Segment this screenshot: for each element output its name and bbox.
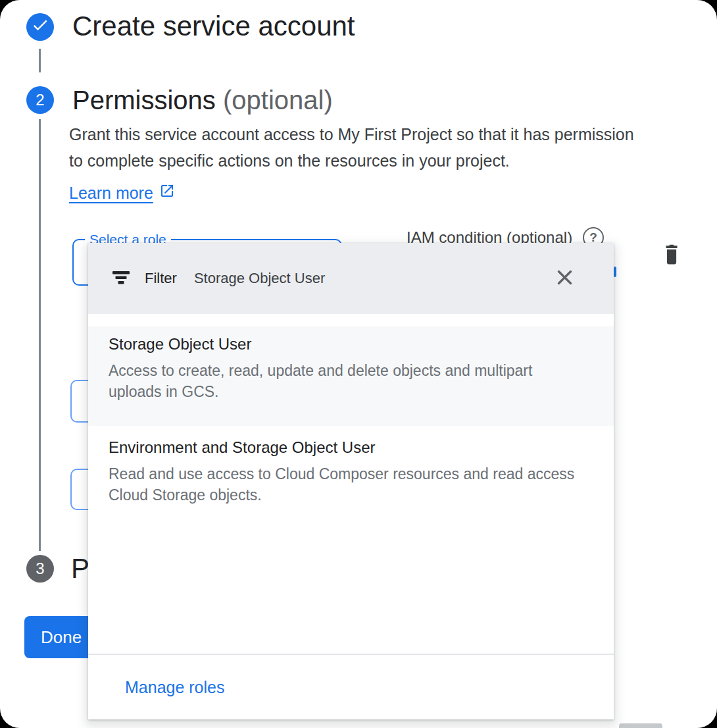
- dropdown-empty-area: [88, 527, 614, 654]
- create-service-account-panel: Create service account 2 Permissions (op…: [0, 0, 717, 728]
- role-filter-header: Filter Storage Object User: [88, 243, 614, 314]
- step1-title[interactable]: Create service account: [72, 11, 355, 42]
- step3-badge: 3: [26, 555, 54, 583]
- dropdown-footer: Manage roles: [88, 655, 614, 719]
- step2-badge: 2: [26, 86, 54, 114]
- learn-more-link[interactable]: Learn more: [69, 182, 175, 204]
- dropdown-gap: [88, 314, 614, 326]
- role-option-environment-storage-object-user[interactable]: Environment and Storage Object User Read…: [88, 426, 614, 527]
- stepper-connector-2: [39, 119, 41, 551]
- role-filter-input[interactable]: Storage Object User: [194, 270, 553, 287]
- screenshot-canvas: Create service account 2 Permissions (op…: [0, 0, 717, 728]
- step2-number: 2: [36, 91, 44, 109]
- done-label: Done: [41, 627, 82, 647]
- manage-roles-link[interactable]: Manage roles: [125, 678, 224, 697]
- role-option-title: Environment and Storage Object User: [109, 436, 582, 459]
- step3-partial-title[interactable]: P: [71, 553, 89, 585]
- external-link-icon: [159, 182, 175, 204]
- role-option-description: Read and use access to Cloud Composer re…: [109, 463, 582, 506]
- hidden-element-sliver: [614, 267, 616, 277]
- close-filter-button[interactable]: [553, 267, 576, 290]
- delete-role-button[interactable]: [660, 241, 683, 267]
- role-option-title: Storage Object User: [109, 333, 582, 355]
- role-filter-dropdown: Filter Storage Object User Storage Objec…: [88, 243, 614, 719]
- permissions-description: Grant this service account access to My …: [69, 121, 635, 174]
- check-icon: [31, 16, 49, 38]
- step2-title: Permissions (optional): [72, 84, 333, 116]
- partial-element-bottom: [619, 723, 662, 728]
- filter-icon: [112, 269, 130, 288]
- stepper-connector-1: [39, 49, 41, 72]
- step3-number: 3: [36, 559, 44, 578]
- learn-more-label: Learn more: [69, 182, 153, 204]
- close-icon: [555, 267, 575, 290]
- role-option-description: Access to create, read, update and delet…: [109, 360, 572, 402]
- role-option-storage-object-user[interactable]: Storage Object User Access to create, re…: [88, 326, 614, 426]
- trash-icon: [660, 259, 683, 269]
- filter-label: Filter: [145, 270, 177, 287]
- step2-title-optional: (optional): [223, 86, 333, 115]
- step1-complete-badge: [26, 13, 54, 41]
